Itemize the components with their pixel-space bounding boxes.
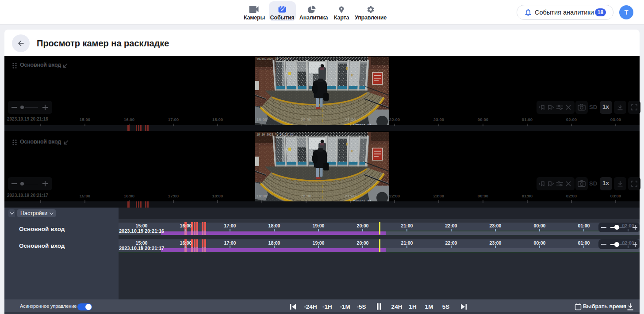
- svg-text:19-10-2023 Чт 20:21:15: 19-10-2023 Чт 20:21:15: [257, 58, 293, 61]
- svg-text:19-10-2023 Чт 20:21:16: 19-10-2023 Чт 20:21:16: [257, 133, 293, 136]
